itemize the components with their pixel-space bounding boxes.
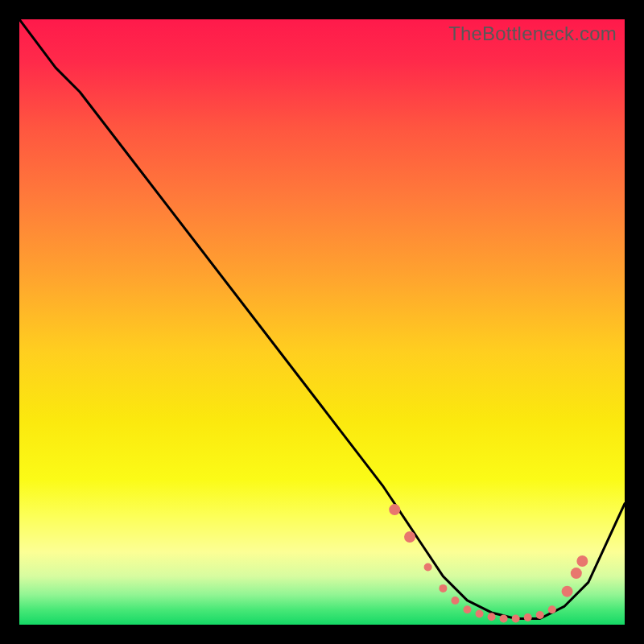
marker-dot <box>576 555 588 567</box>
bottleneck-curve <box>19 19 625 618</box>
chart-frame: TheBottleneck.com <box>0 0 644 644</box>
marker-dot <box>500 614 508 622</box>
plot-area: TheBottleneck.com <box>19 19 625 625</box>
marker-dot <box>404 531 415 543</box>
marker-dot <box>488 613 496 621</box>
marker-dot <box>451 597 459 605</box>
marker-group <box>389 504 588 622</box>
marker-dot <box>536 611 544 619</box>
marker-dot <box>524 613 532 621</box>
marker-dot <box>389 504 400 515</box>
marker-dot <box>439 584 447 592</box>
marker-dot <box>562 586 573 597</box>
marker-dot <box>424 564 432 572</box>
curve-layer <box>19 19 625 625</box>
marker-dot <box>571 568 582 579</box>
marker-dot <box>512 614 520 622</box>
marker-dot <box>476 609 484 617</box>
marker-dot <box>548 605 556 613</box>
marker-dot <box>463 605 471 613</box>
